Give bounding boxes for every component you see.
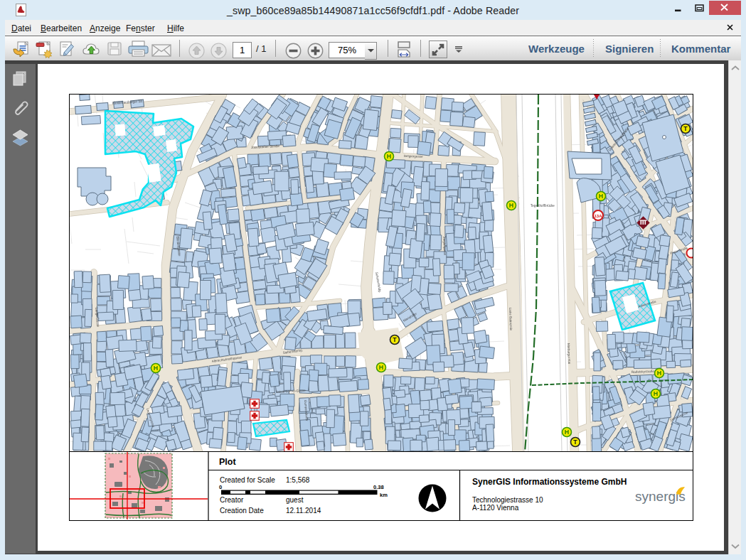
svg-text:H: H [657, 370, 662, 377]
svg-text:km: km [380, 492, 388, 498]
svg-text:SynerGIS Informationssysteme G: SynerGIS Informationssysteme GmbH [472, 477, 627, 487]
svg-text:Creator: Creator [220, 496, 244, 504]
svg-text:0.38: 0.38 [373, 484, 384, 490]
svg-text:Technologiestrasse 10: Technologiestrasse 10 [472, 496, 543, 504]
svg-text:Tegetthoffbrücke: Tegetthoffbrücke [531, 204, 555, 208]
svg-text:H: H [387, 153, 392, 160]
svg-text:H: H [509, 202, 514, 209]
svg-text:T: T [683, 125, 688, 132]
svg-text:A-1120 Vienna: A-1120 Vienna [472, 504, 519, 512]
svg-text:0: 0 [219, 484, 222, 490]
svg-text:T: T [393, 336, 397, 343]
svg-text:H: H [654, 390, 659, 397]
svg-text:1:5,568: 1:5,568 [286, 476, 310, 484]
svg-text:T: T [573, 438, 577, 446]
svg-text:guest: guest [286, 496, 304, 504]
svg-text:12.11.2014: 12.11.2014 [286, 507, 321, 515]
svg-text:H: H [599, 193, 604, 200]
svg-text:Created for Scale: Created for Scale [220, 476, 275, 484]
svg-text:Belgiergasse: Belgiergasse [404, 154, 423, 158]
svg-text:H: H [154, 365, 159, 372]
svg-text:Marburger Kai: Marburger Kai [567, 343, 571, 364]
svg-text:Plot: Plot [219, 457, 236, 467]
svg-text:13A: 13A [594, 214, 602, 218]
svg-text:Creation Date: Creation Date [220, 507, 264, 515]
svg-text:H: H [565, 429, 570, 436]
svg-text:H: H [379, 364, 384, 371]
